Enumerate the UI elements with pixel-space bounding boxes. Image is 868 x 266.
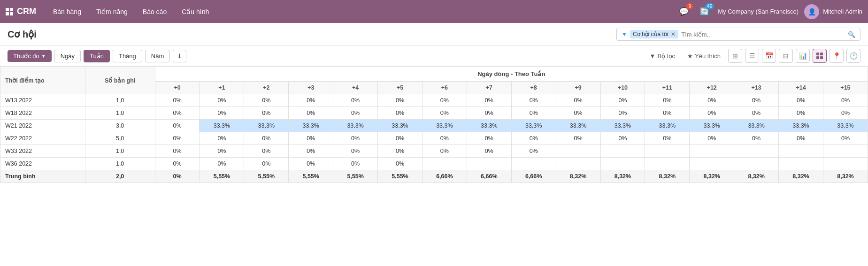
logo-text: CRM bbox=[17, 7, 36, 16]
table-row: W21 20223,00%33,3%33,3%33,3%33,3%33,3%33… bbox=[0, 120, 868, 132]
nav-item-cau-hinh[interactable]: Cấu hình bbox=[174, 0, 216, 23]
period-col-header: +2 bbox=[244, 82, 289, 94]
avg-period-cell: 5,55% bbox=[378, 170, 422, 183]
download-btn[interactable]: ⬇ bbox=[173, 50, 186, 62]
period-cell: 33,3% bbox=[467, 120, 511, 132]
nav-item-bao-cao[interactable]: Báo cáo bbox=[135, 0, 174, 23]
period-cell: 0% bbox=[511, 107, 556, 120]
view-table-btn[interactable]: ⊟ bbox=[779, 49, 793, 63]
table-container: Thời điểm tạo Số bản ghi Ngày đóng - The… bbox=[0, 66, 868, 183]
period-cell: 0% bbox=[333, 132, 378, 145]
period-cell: 33,3% bbox=[511, 120, 556, 132]
view-bar-chart-btn[interactable]: 📊 bbox=[796, 49, 810, 63]
period-cell: 0% bbox=[244, 145, 289, 158]
period-cell: 33,3% bbox=[244, 120, 289, 132]
year-btn[interactable]: Năm bbox=[145, 50, 170, 62]
period-cell: 0% bbox=[422, 94, 467, 107]
search-bar: ▼ Cơ hội của tôi ✕ 🔍 bbox=[616, 28, 860, 41]
search-input[interactable] bbox=[681, 31, 845, 38]
grid-icon bbox=[6, 8, 13, 15]
week-btn[interactable]: Tuần bbox=[84, 50, 110, 62]
period-cell: 0% bbox=[289, 145, 333, 158]
filter-icon: ▼ bbox=[622, 31, 627, 38]
period-cell: 0% bbox=[600, 107, 645, 120]
period-cell: 0% bbox=[378, 132, 422, 145]
period-cell: 0% bbox=[289, 132, 333, 145]
row-count: 1,0 bbox=[85, 145, 155, 158]
period-cell: 0% bbox=[690, 107, 734, 120]
row-label: W21 2022 bbox=[0, 120, 85, 132]
month-btn[interactable]: Tháng bbox=[113, 50, 142, 62]
period-cell bbox=[645, 158, 690, 170]
period-cell bbox=[690, 145, 734, 158]
period-cell: 0% bbox=[422, 107, 467, 120]
avg-period-cell: 6,66% bbox=[511, 170, 556, 183]
view-list-btn[interactable]: ☰ bbox=[745, 49, 759, 63]
avg-period-cell: 6,66% bbox=[422, 170, 467, 183]
activity-btn[interactable]: 🔄 46 bbox=[697, 4, 712, 19]
period-cell: 0% bbox=[422, 132, 467, 145]
filter-tag[interactable]: Cơ hội của tôi ✕ bbox=[630, 30, 678, 38]
search-submit-icon[interactable]: 🔍 bbox=[848, 31, 855, 38]
period-cell: 0% bbox=[244, 158, 289, 170]
view-calendar-btn[interactable]: 📅 bbox=[762, 49, 776, 63]
view-clock-btn[interactable]: 🕐 bbox=[846, 49, 860, 63]
period-cell: 0% bbox=[155, 145, 200, 158]
period-cell: 33,3% bbox=[690, 120, 734, 132]
user-menu[interactable]: 👤 Mitchell Admin bbox=[804, 4, 862, 19]
table-row: W36 20221,00%0%0%0%0%0% bbox=[0, 158, 868, 170]
nav-item-ban-hang[interactable]: Bán hàng bbox=[46, 0, 89, 23]
view-map-btn[interactable]: 📍 bbox=[830, 49, 844, 63]
period-cell: 33,3% bbox=[378, 120, 422, 132]
period-cell: 0% bbox=[600, 94, 645, 107]
toolbar: Thước đo ▼ Ngày Tuần Tháng Năm ⬇ ▼ Bộ lọ… bbox=[0, 46, 868, 66]
period-cell: 33,3% bbox=[333, 120, 378, 132]
period-cell bbox=[467, 158, 511, 170]
toolbar-left: Thước đo ▼ Ngày Tuần Tháng Năm ⬇ bbox=[8, 50, 186, 62]
period-col-header: +14 bbox=[779, 82, 823, 94]
period-cell: 0% bbox=[200, 132, 244, 145]
period-cell: 0% bbox=[333, 94, 378, 107]
period-cell bbox=[734, 145, 779, 158]
row-label: W13 2022 bbox=[0, 94, 85, 107]
filter-tag-label: Cơ hội của tôi bbox=[633, 31, 668, 38]
period-cell: 0% bbox=[511, 132, 556, 145]
avg-period-cell: 5,55% bbox=[289, 170, 333, 183]
table-row: W13 20221,00%0%0%0%0%0%0%0%0%0%0%0%0%0%0… bbox=[0, 94, 868, 107]
period-cell bbox=[600, 145, 645, 158]
period-col-header: +6 bbox=[422, 82, 467, 94]
toolbar-right: ▼ Bộ lọc ★ Yêu thích ⊞ ☰ 📅 ⊟ 📊 📍 🕐 bbox=[645, 49, 860, 63]
avg-period-cell: 8,32% bbox=[690, 170, 734, 183]
period-cell bbox=[422, 158, 467, 170]
period-cell: 0% bbox=[645, 107, 690, 120]
topnav-right: 💬 9 🔄 46 My Company (San Francisco) 👤 Mi… bbox=[676, 4, 862, 19]
table-row: W18 20221,00%0%0%0%0%0%0%0%0%0%0%0%0%0%0… bbox=[0, 107, 868, 120]
app-logo[interactable]: CRM bbox=[6, 7, 36, 16]
messages-btn[interactable]: 💬 9 bbox=[676, 4, 691, 19]
company-selector[interactable]: My Company (San Francisco) bbox=[718, 8, 799, 15]
day-btn[interactable]: Ngày bbox=[54, 50, 81, 62]
favorite-btn[interactable]: ★ Yêu thích bbox=[683, 51, 725, 61]
period-cell: 0% bbox=[289, 158, 333, 170]
nav-item-tiem-nang[interactable]: Tiềm năng bbox=[89, 0, 135, 23]
avg-period-cell: 8,32% bbox=[823, 170, 868, 183]
period-cell: 0% bbox=[155, 94, 200, 107]
filter-tag-remove[interactable]: ✕ bbox=[671, 31, 676, 38]
period-col-header: +11 bbox=[645, 82, 690, 94]
view-pivot-btn[interactable] bbox=[813, 49, 827, 63]
view-kanban-btn[interactable]: ⊞ bbox=[728, 49, 742, 63]
period-cell: 0% bbox=[645, 132, 690, 145]
period-cell: 0% bbox=[467, 107, 511, 120]
measure-btn[interactable]: Thước đo ▼ bbox=[8, 50, 52, 62]
period-cell bbox=[556, 145, 600, 158]
period-cell bbox=[823, 145, 868, 158]
filter-btn[interactable]: ▼ Bộ lọc bbox=[645, 51, 680, 61]
messages-badge: 9 bbox=[686, 3, 693, 9]
avg-period-cell: 5,55% bbox=[200, 170, 244, 183]
row-label: W33 2022 bbox=[0, 145, 85, 158]
period-cell: 0% bbox=[155, 158, 200, 170]
period-cell: 0% bbox=[200, 145, 244, 158]
period-cell: 0% bbox=[690, 94, 734, 107]
period-cell bbox=[556, 158, 600, 170]
measure-label: Thước đo bbox=[13, 53, 39, 60]
